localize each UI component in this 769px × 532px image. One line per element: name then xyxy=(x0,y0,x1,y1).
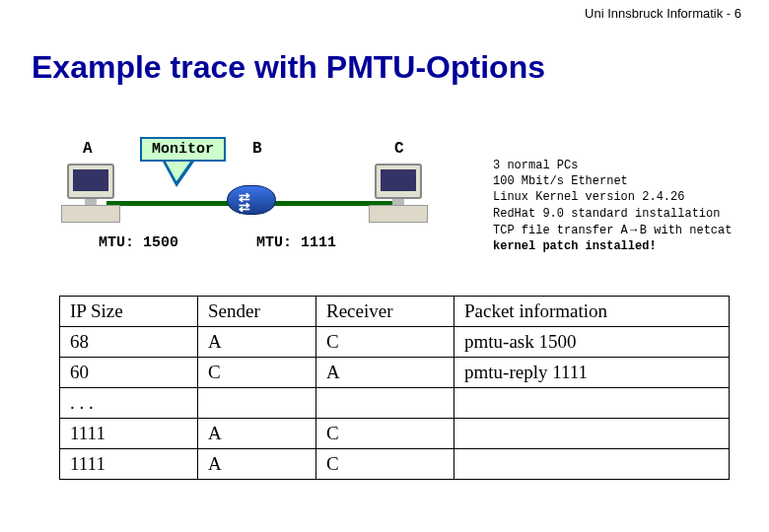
cell: 1111 xyxy=(60,419,198,449)
network-diagram: A B C Monitor ⇄⇄ MTU: 1500 MTU: 1111 xyxy=(59,140,473,263)
table-row: 1111 A C xyxy=(60,419,730,449)
mtu-left-label: MTU: 1500 xyxy=(99,234,178,251)
cell: pmtu-ask 1500 xyxy=(454,327,730,358)
table-row: . . . xyxy=(60,388,730,419)
config-line: TCP file transfer A xyxy=(493,224,628,237)
pc-c-icon xyxy=(367,164,434,227)
cell: C xyxy=(316,327,454,358)
cell xyxy=(454,419,730,449)
router-b-icon: ⇄⇄ xyxy=(225,179,278,219)
cell: C xyxy=(316,419,454,449)
page-title: Example trace with PMTU-Options xyxy=(32,49,545,86)
cell: A xyxy=(316,358,454,388)
config-line: RedHat 9.0 standard installation xyxy=(493,207,720,221)
mtu-right-label: MTU: 1111 xyxy=(256,234,336,251)
cell: A xyxy=(198,419,316,449)
cell xyxy=(454,388,730,419)
table-row: 68 A C pmtu-ask 1500 xyxy=(60,327,730,358)
cell: 68 xyxy=(60,327,198,358)
cell: C xyxy=(198,358,316,388)
slide-number: Uni Innsbruck Informatik - 6 xyxy=(585,6,741,21)
table-row: 1111 A C xyxy=(60,449,730,480)
callout-pointer-inner xyxy=(166,162,190,181)
monitor-callout: Monitor xyxy=(140,137,226,162)
node-b-label: B xyxy=(252,140,262,158)
arrow-icon: → xyxy=(628,223,640,236)
pc-a-icon xyxy=(59,164,126,227)
cell xyxy=(454,449,730,480)
cell: A xyxy=(198,449,316,480)
col-receiver: Receiver xyxy=(316,297,454,327)
table-header-row: IP Size Sender Receiver Packet informati… xyxy=(60,297,730,327)
cell: pmtu-reply 1111 xyxy=(454,358,730,388)
config-line: 100 Mbit/s Ethernet xyxy=(493,174,628,188)
col-sender: Sender xyxy=(198,297,316,327)
col-packetinfo: Packet information xyxy=(454,297,730,327)
table-row: 60 C A pmtu-reply 1111 xyxy=(60,358,730,388)
cell: . . . xyxy=(60,388,198,419)
node-c-label: C xyxy=(394,140,404,158)
config-line: 3 normal PCs xyxy=(493,159,578,172)
cell: A xyxy=(198,327,316,358)
col-ipsize: IP Size xyxy=(60,297,198,327)
trace-table: IP Size Sender Receiver Packet informati… xyxy=(59,296,730,480)
cell: C xyxy=(316,449,454,480)
node-a-label: A xyxy=(83,140,93,158)
config-line: Linux Kernel version 2.4.26 xyxy=(493,190,684,204)
cell: 60 xyxy=(60,358,198,388)
cell xyxy=(198,388,316,419)
config-text-block: 3 normal PCs 100 Mbit/s Ethernet Linux K… xyxy=(493,158,732,254)
cell xyxy=(316,388,454,419)
config-line: B with netcat xyxy=(640,224,733,237)
config-line-bold: kernel patch installed! xyxy=(493,239,657,253)
cell: 1111 xyxy=(60,449,198,480)
